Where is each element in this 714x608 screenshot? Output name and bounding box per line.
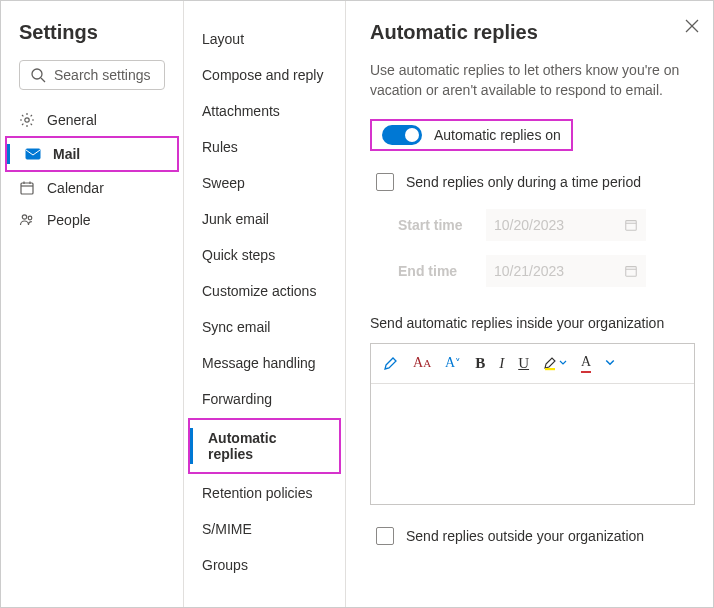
search-settings-input[interactable]: Search settings — [19, 60, 165, 90]
outside-org-checkbox[interactable] — [376, 527, 394, 545]
outside-org-label: Send replies outside your organization — [406, 528, 644, 544]
chevron-down-icon — [559, 359, 567, 367]
inside-org-label: Send automatic replies inside your organ… — [370, 315, 695, 331]
editor-toolbar: AA A˅ B I U A — [371, 344, 694, 384]
search-placeholder: Search settings — [54, 67, 151, 83]
svg-line-1 — [41, 78, 45, 82]
end-time-label: End time — [398, 263, 468, 279]
svg-rect-3 — [26, 149, 40, 159]
svg-point-0 — [32, 69, 42, 79]
nav-calendar[interactable]: Calendar — [1, 172, 183, 204]
submenu-retention[interactable]: Retention policies — [184, 475, 345, 511]
svg-point-2 — [25, 118, 29, 122]
underline-button[interactable]: U — [518, 355, 529, 372]
nav-general[interactable]: General — [1, 104, 183, 136]
start-time-input[interactable]: 10/20/2023 — [486, 209, 646, 241]
highlight-icon — [543, 355, 559, 371]
autoreplies-toggle[interactable] — [382, 125, 422, 145]
svg-rect-14 — [626, 266, 637, 276]
highlight-mail: Mail — [5, 136, 179, 172]
settings-sidebar: Settings Search settings General Mail Ca… — [1, 1, 184, 607]
submenu-customize[interactable]: Customize actions — [184, 273, 345, 309]
svg-point-8 — [22, 215, 26, 219]
svg-rect-4 — [21, 183, 33, 194]
font-family-button[interactable]: AA — [413, 355, 431, 371]
submenu-forwarding[interactable]: Forwarding — [184, 381, 345, 417]
nav-people[interactable]: People — [1, 204, 183, 236]
calendar-picker-icon — [624, 264, 638, 278]
autoreplies-panel: Automatic replies Use automatic replies … — [346, 1, 713, 607]
settings-title: Settings — [1, 17, 183, 60]
nav-mail[interactable]: Mail — [7, 138, 177, 170]
mail-submenu: Layout Compose and reply Attachments Rul… — [184, 1, 346, 607]
submenu-attachments[interactable]: Attachments — [184, 93, 345, 129]
svg-rect-12 — [626, 220, 637, 230]
more-formatting-button[interactable] — [605, 358, 615, 368]
close-icon — [685, 19, 699, 33]
font-color-button[interactable]: A — [581, 354, 591, 373]
highlight-toggle: Automatic replies on — [370, 119, 573, 151]
gear-icon — [19, 112, 35, 128]
panel-description: Use automatic replies to let others know… — [370, 60, 695, 101]
start-time-label: Start time — [398, 217, 468, 233]
svg-point-9 — [28, 216, 32, 220]
nav-people-label: People — [47, 212, 91, 228]
search-icon — [30, 67, 46, 83]
submenu-groups[interactable]: Groups — [184, 547, 345, 583]
submenu-junk[interactable]: Junk email — [184, 201, 345, 237]
calendar-icon — [19, 180, 35, 196]
submenu-quicksteps[interactable]: Quick steps — [184, 237, 345, 273]
timeperiod-checkbox[interactable] — [376, 173, 394, 191]
submenu-sync[interactable]: Sync email — [184, 309, 345, 345]
submenu-autoreplies[interactable]: Automatic replies — [190, 420, 339, 472]
nav-calendar-label: Calendar — [47, 180, 104, 196]
start-time-value: 10/20/2023 — [494, 217, 564, 233]
chevron-down-icon — [605, 358, 615, 368]
submenu-sweep[interactable]: Sweep — [184, 165, 345, 201]
mail-icon — [25, 146, 41, 162]
highlight-autoreplies: Automatic replies — [188, 418, 341, 474]
reply-textarea[interactable] — [371, 384, 694, 504]
submenu-layout[interactable]: Layout — [184, 21, 345, 57]
end-time-value: 10/21/2023 — [494, 263, 564, 279]
calendar-picker-icon — [624, 218, 638, 232]
nav-mail-label: Mail — [53, 146, 80, 162]
format-painter-button[interactable] — [383, 355, 399, 371]
people-icon — [19, 212, 35, 228]
panel-heading: Automatic replies — [370, 21, 695, 44]
timeperiod-label: Send replies only during a time period — [406, 174, 641, 190]
font-size-button[interactable]: A˅ — [445, 355, 461, 371]
svg-rect-16 — [545, 368, 555, 370]
submenu-smime[interactable]: S/MIME — [184, 511, 345, 547]
toggle-label: Automatic replies on — [434, 127, 561, 143]
format-painter-icon — [383, 355, 399, 371]
reply-editor: AA A˅ B I U A — [370, 343, 695, 505]
highlight-button[interactable] — [543, 355, 567, 371]
nav-general-label: General — [47, 112, 97, 128]
bold-button[interactable]: B — [475, 355, 485, 372]
close-button[interactable] — [685, 19, 699, 36]
submenu-message[interactable]: Message handling — [184, 345, 345, 381]
submenu-compose[interactable]: Compose and reply — [184, 57, 345, 93]
italic-button[interactable]: I — [499, 355, 504, 372]
submenu-rules[interactable]: Rules — [184, 129, 345, 165]
end-time-input[interactable]: 10/21/2023 — [486, 255, 646, 287]
